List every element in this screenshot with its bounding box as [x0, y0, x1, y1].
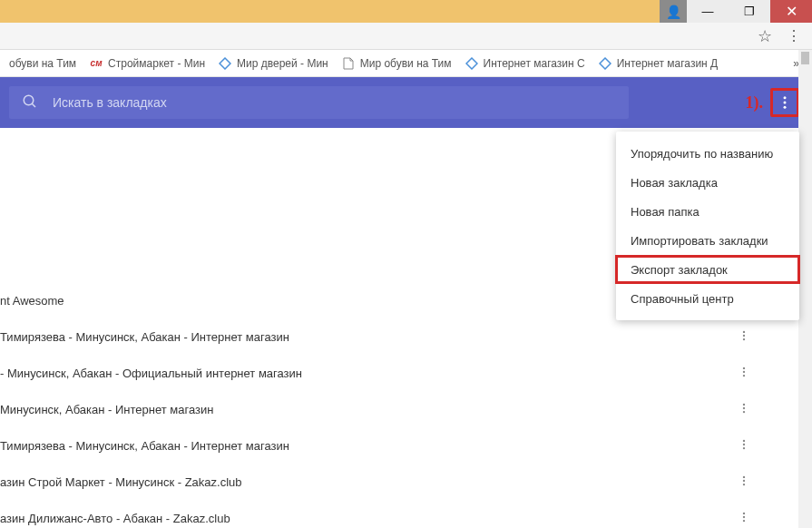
bookmarks-bar: обуви на Тим см Строймаркет - Мин Мир дв…: [0, 50, 812, 77]
bookmark-label: Интернет магазин С: [484, 57, 585, 70]
menu-new-folder[interactable]: Новая папка: [616, 197, 799, 226]
svg-point-4: [784, 106, 787, 109]
svg-point-15: [743, 443, 745, 445]
favicon-diamond-icon: [598, 56, 612, 71]
search-field-wrap[interactable]: [9, 86, 629, 119]
svg-line-1: [32, 103, 35, 107]
account-button[interactable]: 👤: [660, 0, 687, 23]
bookmark-row[interactable]: - Минусинск, Абакан - Официальный интерн…: [0, 355, 812, 391]
bookmark-star-icon[interactable]: ☆: [758, 26, 772, 46]
svg-point-3: [784, 102, 787, 104]
svg-point-5: [743, 330, 745, 332]
row-more-button[interactable]: [730, 366, 758, 381]
address-bar: ☆ ⋮: [0, 23, 812, 50]
bookmark-row[interactable]: азин Дилижанс-Авто - Абакан - Zakaz.club: [0, 500, 812, 528]
favicon-red-icon: см: [89, 56, 103, 71]
bookmark-bar-item[interactable]: см Строймаркет - Мин: [85, 56, 209, 71]
bookmark-title: азин Дилижанс-Авто - Абакан - Zakaz.club: [0, 512, 230, 525]
maximize-button[interactable]: ❐: [729, 0, 770, 23]
svg-point-21: [743, 515, 745, 517]
svg-point-7: [743, 337, 745, 339]
bookmark-bar-item[interactable]: обуви на Тим: [5, 57, 80, 70]
window-titlebar: 👤 — ❐ ✕: [0, 0, 812, 23]
minimize-button[interactable]: —: [687, 0, 729, 23]
svg-point-22: [743, 519, 745, 521]
search-icon: [22, 93, 38, 112]
bookmark-bar-item[interactable]: Мир дверей - Мин: [214, 56, 332, 71]
bookmark-title: - Минусинск, Абакан - Официальный интерн…: [0, 367, 302, 380]
row-more-button[interactable]: [730, 402, 758, 417]
bookmark-row[interactable]: Минусинск, Абакан - Интернет магазин: [0, 391, 812, 427]
svg-point-20: [743, 512, 745, 513]
bookmark-title: Минусинск, Абакан - Интернет магазин: [0, 403, 213, 416]
bookmark-label: Мир дверей - Мин: [237, 57, 328, 70]
menu-export-bookmarks[interactable]: Экспорт закладок: [615, 255, 800, 284]
favicon-page-icon: [341, 56, 356, 71]
row-more-button[interactable]: [730, 329, 758, 345]
chrome-menu-icon[interactable]: ⋮: [787, 27, 801, 44]
more-vertical-icon: [738, 438, 750, 451]
menu-new-bookmark[interactable]: Новая закладка: [616, 168, 799, 197]
bookmark-row[interactable]: Тимирязева - Минусинск, Абакан - Интерне…: [0, 318, 812, 355]
search-input[interactable]: [53, 95, 616, 110]
svg-point-13: [743, 410, 745, 412]
svg-point-0: [24, 95, 34, 105]
bookmark-title: азин Строй Маркет - Минусинск - Zakaz.cl…: [0, 475, 242, 489]
more-vertical-icon: [738, 474, 750, 487]
menu-import-bookmarks[interactable]: Импортировать закладки: [616, 226, 799, 255]
row-more-button[interactable]: [730, 474, 758, 490]
organize-menu-button[interactable]: [770, 88, 799, 117]
more-vertical-icon: [738, 366, 750, 378]
svg-point-8: [743, 367, 745, 368]
svg-point-19: [743, 483, 745, 484]
bookmark-bar-item[interactable]: Интернет магазин С: [461, 56, 589, 71]
svg-point-9: [743, 370, 745, 372]
bookmark-row[interactable]: азин Строй Маркет - Минусинск - Zakaz.cl…: [0, 464, 812, 500]
bookmark-title: Тимирязева - Минусинск, Абакан - Интерне…: [0, 439, 289, 453]
bookmark-label: обуви на Тим: [9, 57, 76, 70]
organize-dropdown: Упорядочить по названию Новая закладка Н…: [616, 132, 799, 320]
svg-point-2: [784, 96, 787, 99]
row-more-button[interactable]: [730, 511, 758, 526]
bookmark-row[interactable]: Тимирязева - Минусинск, Абакан - Интерне…: [0, 427, 812, 464]
bookmark-title: Тимирязева - Минусинск, Абакан - Интерне…: [0, 330, 289, 344]
menu-sort-by-name[interactable]: Упорядочить по названию: [616, 139, 799, 168]
bookmark-label: Интернет магазин Д: [617, 57, 719, 70]
svg-point-11: [743, 403, 745, 405]
more-vertical-icon: [738, 511, 750, 523]
bookmark-label: Мир обуви на Тим: [360, 57, 452, 70]
bookmark-bar-item[interactable]: Интернет магазин Д: [594, 56, 722, 71]
favicon-diamond-icon: [465, 56, 479, 71]
svg-point-12: [743, 406, 745, 408]
close-button[interactable]: ✕: [770, 0, 812, 23]
favicon-diamond-icon: [218, 56, 232, 71]
svg-point-10: [743, 374, 745, 376]
more-vertical-icon: [738, 329, 750, 342]
svg-point-17: [743, 475, 745, 477]
svg-point-16: [743, 446, 745, 448]
bookmark-label: Строймаркет - Мин: [108, 57, 205, 70]
bookmark-title: nt Awesome: [0, 294, 64, 308]
row-more-button[interactable]: [730, 438, 758, 454]
svg-point-14: [743, 439, 745, 441]
bookmarks-manager-header: [0, 77, 812, 128]
more-vertical-icon: [738, 402, 750, 415]
svg-point-18: [743, 479, 745, 481]
bookmark-bar-item[interactable]: Мир обуви на Тим: [338, 56, 455, 71]
svg-point-6: [743, 334, 745, 336]
annotation-1: 1).: [746, 93, 764, 112]
more-vertical-icon: [777, 94, 793, 111]
menu-help-center[interactable]: Справочный центр: [616, 284, 799, 313]
